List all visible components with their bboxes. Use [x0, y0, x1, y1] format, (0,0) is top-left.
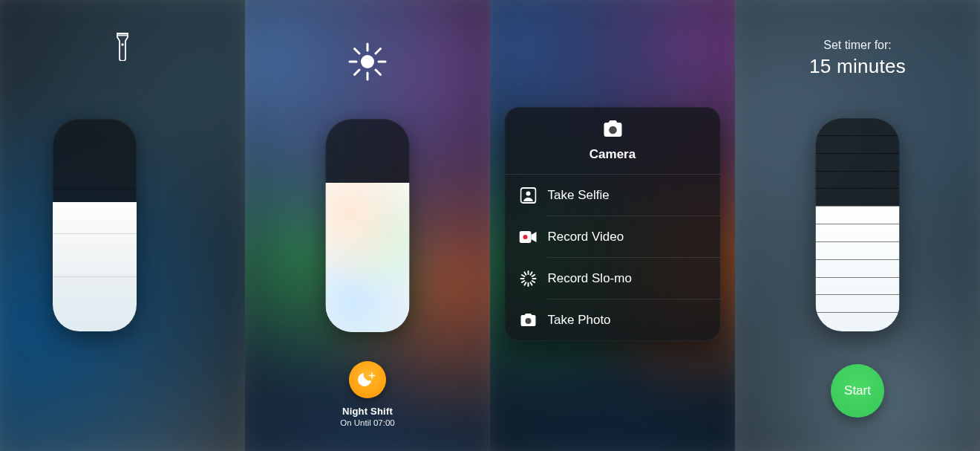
svg-line-10	[355, 70, 360, 75]
svg-line-31	[525, 272, 526, 274]
svg-point-15	[609, 126, 617, 134]
svg-line-9	[376, 49, 381, 54]
menu-item-take-selfie[interactable]: Take Selfie	[548, 175, 721, 216]
panel-camera-menu: Camera Take Selfie Record Video	[490, 0, 735, 451]
night-shift-icon	[358, 370, 377, 389]
svg-point-1	[121, 43, 123, 45]
flashlight-slider[interactable]	[53, 119, 137, 331]
slomo-icon	[518, 270, 539, 288]
night-shift-title: Night Shift	[286, 406, 449, 417]
timer-slider-fill	[816, 206, 900, 331]
night-shift-group: Night Shift On Until 07:00	[286, 361, 449, 427]
menu-item-label: Take Photo	[548, 313, 611, 328]
timer-heading: Set timer for: 15 minutes	[761, 39, 954, 78]
timer-start-button[interactable]: Start	[831, 364, 884, 418]
menu-item-record-slomo[interactable]: Record Slo-mo	[548, 258, 721, 299]
flashlight-icon	[114, 33, 131, 61]
svg-line-21	[531, 272, 532, 274]
brightness-slider-fill	[326, 183, 410, 332]
brightness-slider[interactable]	[326, 119, 410, 332]
svg-line-7	[355, 49, 360, 54]
panel-timer: Set timer for: 15 minutes Start	[735, 0, 980, 451]
sun-icon	[347, 42, 388, 82]
camera-icon	[518, 313, 539, 328]
timer-prompt: Set timer for:	[761, 39, 954, 52]
svg-point-19	[523, 235, 528, 239]
video-icon	[518, 231, 539, 243]
panel-brightness: Night Shift On Until 07:00	[245, 0, 490, 451]
svg-line-24	[532, 281, 535, 282]
svg-point-17	[526, 191, 531, 195]
night-shift-subtitle: On Until 07:00	[286, 418, 449, 427]
svg-point-2	[361, 55, 374, 68]
camera-icon	[601, 120, 624, 138]
svg-line-30	[522, 275, 524, 276]
camera-menu-header: Camera	[505, 107, 721, 175]
timer-start-label: Start	[844, 383, 871, 398]
menu-item-label: Record Video	[548, 230, 624, 244]
flashlight-slider-fill	[53, 202, 137, 331]
camera-menu-title: Camera	[505, 147, 721, 162]
panel-flashlight	[0, 0, 245, 451]
svg-line-25	[531, 282, 532, 285]
night-shift-button[interactable]	[349, 361, 386, 398]
menu-item-record-video[interactable]: Record Video	[548, 216, 721, 258]
svg-rect-0	[118, 35, 127, 36]
timer-value: 15 minutes	[761, 55, 954, 78]
svg-line-22	[532, 275, 535, 276]
svg-line-28	[522, 281, 524, 282]
menu-item-take-photo[interactable]: Take Photo	[548, 299, 721, 341]
selfie-icon	[518, 187, 539, 204]
timer-slider[interactable]	[816, 118, 900, 331]
svg-line-27	[525, 282, 526, 285]
svg-point-32	[526, 318, 532, 324]
camera-menu: Camera Take Selfie Record Video	[505, 107, 721, 341]
menu-item-label: Record Slo-mo	[548, 271, 632, 286]
svg-line-8	[376, 70, 381, 75]
menu-item-label: Take Selfie	[548, 188, 610, 203]
